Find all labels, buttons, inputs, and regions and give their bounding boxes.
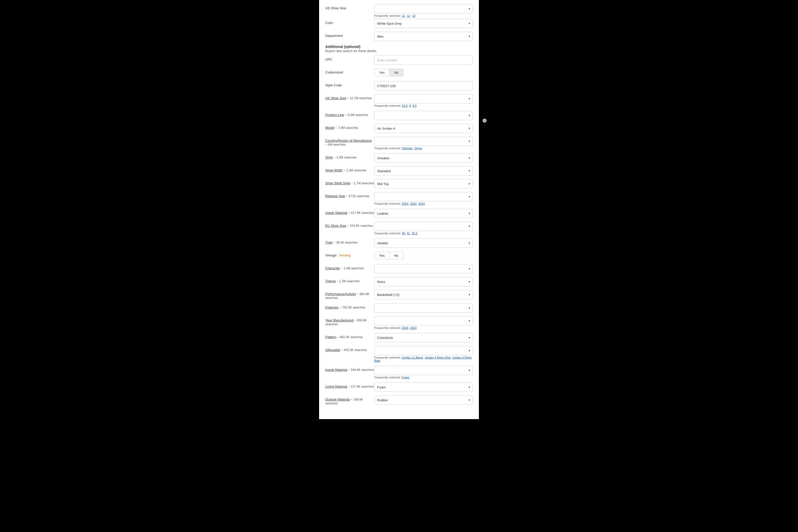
- ym-freq-2024[interactable]: 2024: [402, 326, 408, 329]
- features-label: Features ~ 755.5K searches: [325, 303, 374, 309]
- character-select[interactable]: [374, 264, 473, 273]
- customized-no-button[interactable]: No: [389, 69, 403, 76]
- country-region-label: Country/Region of Manufacture ~ 6M searc…: [325, 137, 374, 147]
- color-select[interactable]: White Spot Grey: [374, 19, 473, 28]
- department-select-wrapper: Men ▾: [374, 32, 473, 41]
- vintage-no-button[interactable]: No: [389, 252, 403, 259]
- upc-input[interactable]: [374, 55, 473, 65]
- release-year-select-wrapper: ▾: [374, 192, 473, 201]
- style-code-row: Style Code: [325, 81, 473, 91]
- year-manufactured-label: Year Manufactured ~ 559.8K searches: [325, 316, 374, 326]
- color-row: Color White Spot Grey ▾: [325, 19, 473, 28]
- department-label: Department: [325, 32, 374, 38]
- silhouette-label: Silhouette ~ 445.5K searches: [325, 346, 374, 352]
- eu-freq-41[interactable]: 41: [407, 232, 410, 235]
- freq-12[interactable]: 12: [407, 14, 410, 17]
- department-select[interactable]: Men: [374, 32, 473, 41]
- freq-vietnam[interactable]: Vietnam: [402, 147, 413, 150]
- outsole-material-input-col: Rubber ▾: [374, 395, 473, 405]
- freq-china[interactable]: China: [414, 147, 422, 150]
- year-manufactured-select-wrapper: ▾: [374, 316, 473, 325]
- ym-freq-2023[interactable]: 2023: [410, 326, 417, 329]
- features-select[interactable]: [374, 303, 473, 313]
- freq-2021[interactable]: 2021: [418, 202, 425, 205]
- customized-label: Customized: [325, 68, 374, 74]
- silhouette-select[interactable]: [374, 346, 473, 355]
- uk-shoe-size-select-wrapper: ▾: [374, 94, 473, 103]
- uk-freq-105[interactable]: 10.5: [402, 104, 407, 107]
- style-select[interactable]: Sneaker: [374, 153, 473, 163]
- uk-freq-95[interactable]: 9.5: [413, 104, 417, 107]
- country-region-input-col: ▾ Frequently selected: Vietnam, China: [374, 137, 473, 150]
- insole-freq-foam[interactable]: Foam: [402, 376, 409, 379]
- pattern-select-wrapper: Colorblock ▾: [374, 333, 473, 342]
- release-year-label: Release Year ~ 571K searches: [325, 192, 374, 198]
- product-line-select[interactable]: [374, 111, 473, 120]
- insole-material-select[interactable]: [374, 366, 473, 375]
- uk-shoe-size-select[interactable]: [374, 94, 473, 103]
- freq-11[interactable]: 11: [402, 14, 405, 17]
- performance-activity-select-wrapper: Basketball (+2) ▾: [374, 290, 473, 299]
- color-input-col: White Spot Grey ▾: [374, 19, 473, 28]
- theme-row: Theme ~ 1.2M searches Retro ▾: [325, 277, 473, 286]
- shoe-width-input-col: Standard ▾: [374, 166, 473, 175]
- vintage-yes-button[interactable]: Yes: [374, 252, 389, 259]
- us-shoe-size-label: US Shoe Size: [325, 4, 374, 10]
- lining-material-select[interactable]: Foam: [374, 382, 473, 392]
- year-manufactured-input-col: ▾ Frequently selected: 2024, 2023: [374, 316, 473, 329]
- pattern-row: Pattern ~ 462.3K searches Colorblock ▾: [325, 333, 473, 342]
- performance-activity-label: Performance/Activity ~ 884.8K searches: [325, 290, 374, 300]
- type-label: Type ~ 36.4K searches: [325, 239, 374, 244]
- freq-2024[interactable]: 2024: [402, 202, 408, 205]
- sil-freq-j11b[interactable]: Jordan 11 Black: [402, 356, 423, 359]
- performance-activity-select[interactable]: Basketball (+2): [374, 290, 473, 299]
- character-select-wrapper: ▾: [374, 264, 473, 273]
- eu-freq-40[interactable]: 40: [402, 232, 405, 235]
- shoe-shaft-style-select[interactable]: Mid Top: [374, 179, 473, 188]
- outsole-material-row: Outsole Material ~ 108.8K searches Rubbe…: [325, 395, 473, 405]
- year-manufactured-freq: Frequently selected: 2024, 2023: [374, 326, 473, 329]
- year-manufactured-select[interactable]: [374, 316, 473, 325]
- release-year-select[interactable]: [374, 192, 473, 201]
- product-line-select-wrapper: ▾: [374, 111, 473, 120]
- country-region-freq: Frequently selected: Vietnam, China: [374, 147, 473, 150]
- silhouette-input-col: ▾ Frequently selected: Jordan 11 Black, …: [374, 346, 473, 362]
- upc-row: UPC: [325, 55, 473, 65]
- eu-freq-355[interactable]: 35.5: [412, 232, 417, 235]
- upper-material-select[interactable]: Leather: [374, 209, 473, 218]
- vintage-input-col: Yes No: [374, 251, 473, 259]
- performance-activity-input-col: Basketball (+2) ▾: [374, 290, 473, 299]
- features-input-col: ▾: [374, 303, 473, 313]
- theme-select[interactable]: Retro: [374, 277, 473, 286]
- country-region-select-wrapper: ▾: [374, 137, 473, 146]
- release-year-input-col: ▾ Frequently selected: 2024, 2022, 2021: [374, 192, 473, 205]
- insole-material-input-col: ▾ Frequently selected: Foam: [374, 366, 473, 379]
- country-region-select[interactable]: [374, 137, 473, 146]
- color-select-wrapper: White Spot Grey ▾: [374, 19, 473, 28]
- shoe-width-select[interactable]: Standard: [374, 166, 473, 175]
- model-select[interactable]: Air Jordan 4: [374, 124, 473, 133]
- freq-2022[interactable]: 2022: [410, 202, 417, 205]
- eu-shoe-size-row: EU Shoe Size ~ 153.6K searches ▾ Frequen…: [325, 222, 473, 235]
- scroll-indicator[interactable]: [482, 118, 487, 123]
- freq-13[interactable]: 13: [412, 14, 416, 17]
- uk-shoe-size-row: UK Shoe Size ~ 10.7M searches ▾ Frequent…: [325, 94, 473, 107]
- customized-yes-button[interactable]: Yes: [374, 69, 389, 76]
- outsole-material-select[interactable]: Rubber: [374, 395, 473, 405]
- type-select[interactable]: Athletic: [374, 239, 473, 248]
- sil-freq-j4rr[interactable]: Jordan 4 Retro Red: [425, 356, 451, 359]
- pattern-select[interactable]: Colorblock: [374, 333, 473, 342]
- product-line-input-col: ▾: [374, 111, 473, 120]
- shoe-shaft-style-label: Shoe Shaft Style ~ 1.7M searches: [325, 179, 374, 185]
- color-label: Color: [325, 19, 374, 25]
- style-code-input[interactable]: [374, 81, 473, 91]
- eu-shoe-size-select[interactable]: [374, 222, 473, 231]
- uk-freq-6[interactable]: 6: [409, 104, 411, 107]
- character-label: Character ~ 1.4M searches: [325, 264, 374, 270]
- type-row: Type ~ 36.4K searches Athletic ▾: [325, 239, 473, 248]
- style-input-col: Sneaker ▾: [374, 153, 473, 163]
- lining-material-row: Lining Material ~ 137.6K searches Foam ▾: [325, 382, 473, 392]
- us-shoe-size-select[interactable]: [374, 4, 473, 14]
- customized-input-col: Yes No: [374, 68, 473, 76]
- style-code-input-col: [374, 81, 473, 91]
